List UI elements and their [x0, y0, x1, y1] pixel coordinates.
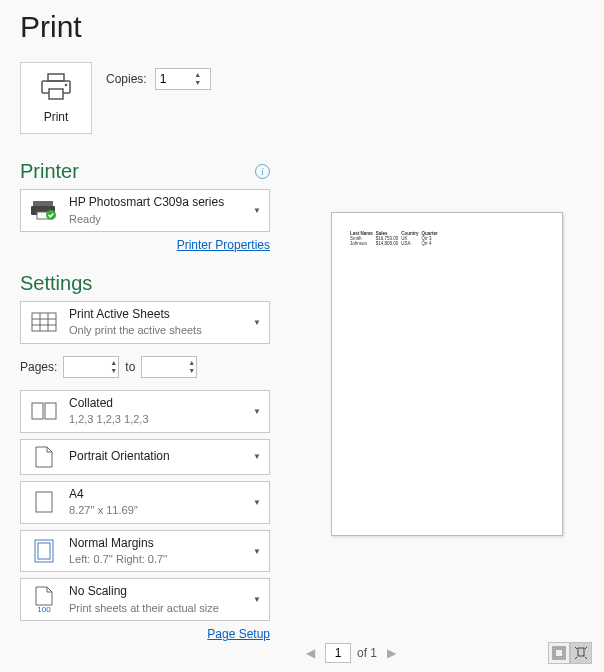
svg-rect-13 — [32, 403, 43, 419]
scaling-icon: 100 — [29, 586, 59, 614]
svg-rect-20 — [578, 648, 584, 656]
collation-main: Collated — [69, 396, 239, 412]
collated-icon — [29, 402, 59, 420]
print-button[interactable]: Print — [20, 62, 92, 134]
print-what-sub: Only print the active sheets — [69, 323, 239, 337]
collation-sub: 1,2,3 1,2,3 1,2,3 — [69, 412, 239, 426]
copies-up[interactable]: ▲ — [192, 71, 204, 79]
paper-dropdown[interactable]: A4 8.27'' x 11.69'' ▼ — [20, 481, 270, 524]
printer-properties-link[interactable]: Printer Properties — [177, 238, 270, 252]
chevron-down-icon: ▼ — [249, 452, 261, 461]
next-page-button[interactable]: ▶ — [383, 644, 400, 662]
margins-icon — [29, 539, 59, 563]
info-icon[interactable]: i — [255, 164, 270, 179]
portrait-icon — [29, 446, 59, 468]
chevron-down-icon: ▼ — [249, 498, 261, 507]
chevron-down-icon: ▼ — [249, 595, 261, 604]
svg-rect-15 — [36, 492, 52, 512]
margins-sub: Left: 0.7'' Right: 0.7'' — [69, 552, 239, 566]
printer-section-title: Printer — [20, 160, 79, 183]
page-title: Print — [20, 10, 270, 44]
pages-to-stepper[interactable]: ▲▼ — [141, 356, 197, 378]
copies-down[interactable]: ▼ — [192, 79, 204, 87]
orientation-main: Portrait Orientation — [69, 449, 239, 465]
prev-page-button[interactable]: ◀ — [302, 644, 319, 662]
preview-row: Johnson$14,808.00USAQtr 4 — [350, 241, 441, 246]
pages-from-input[interactable] — [64, 357, 108, 377]
chevron-down-icon: ▼ — [249, 407, 261, 416]
pages-to-input[interactable] — [142, 357, 186, 377]
printer-status: Ready — [69, 212, 239, 226]
paper-icon — [29, 491, 59, 513]
svg-rect-2 — [49, 89, 63, 99]
scaling-dropdown[interactable]: 100 No Scaling Print sheets at their act… — [20, 578, 270, 621]
paper-main: A4 — [69, 487, 239, 503]
preview-page: Last NameSalesCountryQuarter Smith$16,75… — [331, 212, 563, 536]
settings-section-title: Settings — [20, 272, 92, 295]
scaling-sub: Print sheets at their actual size — [69, 601, 239, 615]
copies-stepper[interactable]: ▲ ▼ — [155, 68, 211, 90]
print-preview: Last NameSalesCountryQuarter Smith$16,75… — [300, 10, 594, 638]
orientation-dropdown[interactable]: Portrait Orientation ▼ — [20, 439, 270, 475]
current-page-input[interactable] — [325, 643, 351, 663]
collation-dropdown[interactable]: Collated 1,2,3 1,2,3 1,2,3 ▼ — [20, 390, 270, 433]
show-margins-button[interactable] — [548, 642, 570, 664]
pages-to-label: to — [125, 360, 135, 374]
printer-device-icon — [29, 198, 59, 222]
svg-rect-19 — [555, 649, 563, 657]
printer-name: HP Photosmart C309a series — [69, 195, 239, 211]
svg-rect-8 — [32, 313, 56, 331]
margins-dropdown[interactable]: Normal Margins Left: 0.7'' Right: 0.7'' … — [20, 530, 270, 573]
svg-rect-17 — [38, 543, 50, 559]
copies-input[interactable] — [156, 69, 192, 89]
svg-rect-4 — [33, 201, 53, 206]
pages-label: Pages: — [20, 360, 57, 374]
scaling-main: No Scaling — [69, 584, 239, 600]
print-button-label: Print — [44, 110, 69, 124]
chevron-down-icon: ▼ — [249, 206, 261, 215]
page-setup-link[interactable]: Page Setup — [207, 627, 270, 641]
svg-rect-14 — [45, 403, 56, 419]
chevron-down-icon: ▼ — [249, 547, 261, 556]
print-what-dropdown[interactable]: Print Active Sheets Only print the activ… — [20, 301, 270, 344]
print-what-main: Print Active Sheets — [69, 307, 239, 323]
margins-main: Normal Margins — [69, 536, 239, 552]
svg-point-3 — [65, 83, 68, 86]
paper-sub: 8.27'' x 11.69'' — [69, 503, 239, 517]
zoom-to-page-button[interactable] — [570, 642, 592, 664]
svg-rect-0 — [48, 74, 64, 81]
page-count-label: of 1 — [357, 646, 377, 660]
sheets-icon — [29, 312, 59, 332]
scaling-badge: 100 — [37, 606, 50, 614]
printer-icon — [40, 73, 72, 104]
pages-from-stepper[interactable]: ▲▼ — [63, 356, 119, 378]
copies-label: Copies: — [106, 72, 147, 86]
chevron-down-icon: ▼ — [249, 318, 261, 327]
printer-dropdown[interactable]: HP Photosmart C309a series Ready ▼ — [20, 189, 270, 232]
preview-table: Last NameSalesCountryQuarter Smith$16,75… — [350, 231, 441, 246]
